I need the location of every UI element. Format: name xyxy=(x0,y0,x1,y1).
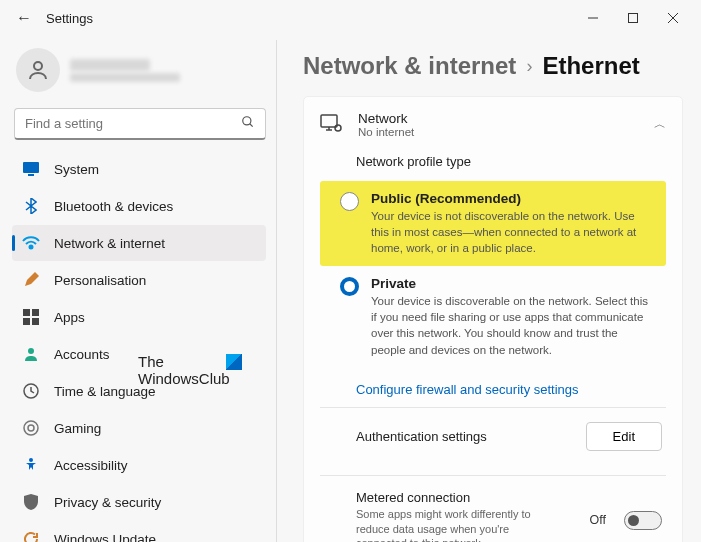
sidebar-item-label: System xyxy=(54,162,99,177)
svg-point-9 xyxy=(30,246,33,249)
sidebar-item-label: Bluetooth & devices xyxy=(54,199,173,214)
update-icon xyxy=(22,530,40,542)
accessibility-icon xyxy=(22,456,40,474)
sidebar-item-accounts[interactable]: Accounts xyxy=(12,336,266,372)
firewall-link[interactable]: Configure firewall and security settings xyxy=(356,382,666,397)
avatar-icon xyxy=(16,48,60,92)
breadcrumb-parent[interactable]: Network & internet xyxy=(303,52,516,80)
chevron-right-icon: › xyxy=(526,56,532,77)
svg-point-18 xyxy=(29,458,33,462)
sidebar-item-privacy[interactable]: Privacy & security xyxy=(12,484,266,520)
system-icon xyxy=(22,160,40,178)
sidebar-item-update[interactable]: Windows Update xyxy=(12,521,266,542)
profile-type-heading: Network profile type xyxy=(356,154,666,169)
sidebar-item-label: Windows Update xyxy=(54,532,156,543)
user-name-blurred xyxy=(70,59,150,71)
network-status: No internet xyxy=(358,126,638,138)
svg-point-16 xyxy=(24,421,38,435)
gaming-icon xyxy=(22,419,40,437)
search-input-wrap[interactable] xyxy=(14,108,266,140)
sidebar-item-gaming[interactable]: Gaming xyxy=(12,410,266,446)
radio-button-private[interactable] xyxy=(340,277,359,296)
shield-icon xyxy=(22,493,40,511)
toggle-state: Off xyxy=(590,513,606,527)
back-button[interactable]: ← xyxy=(8,2,40,34)
svg-rect-8 xyxy=(28,174,34,176)
radio-private[interactable]: Private Your device is discoverable on t… xyxy=(320,266,666,367)
auth-title: Authentication settings xyxy=(356,429,574,444)
svg-rect-7 xyxy=(23,162,39,173)
svg-rect-12 xyxy=(23,318,30,325)
sidebar-item-label: Apps xyxy=(54,310,85,325)
sidebar-item-label: Privacy & security xyxy=(54,495,161,510)
radio-private-desc: Your device is discoverable on the netwo… xyxy=(371,293,654,357)
metered-desc: Some apps might work differently to redu… xyxy=(356,507,556,542)
monitor-icon xyxy=(320,114,342,136)
paintbrush-icon xyxy=(22,271,40,289)
sidebar-item-accessibility[interactable]: Accessibility xyxy=(12,447,266,483)
radio-public[interactable]: Public (Recommended) Your device is not … xyxy=(320,181,666,266)
svg-rect-13 xyxy=(32,318,39,325)
sidebar-item-personalisation[interactable]: Personalisation xyxy=(12,262,266,298)
sidebar-item-label: Accounts xyxy=(54,347,110,362)
radio-private-title: Private xyxy=(371,276,654,291)
radio-public-desc: Your device is not discoverable on the n… xyxy=(371,208,654,256)
sidebar-item-label: Personalisation xyxy=(54,273,146,288)
close-button[interactable] xyxy=(653,2,693,34)
sidebar-item-label: Network & internet xyxy=(54,236,165,251)
sidebar-item-apps[interactable]: Apps xyxy=(12,299,266,335)
network-card[interactable]: Network No internet ︿ Network profile ty… xyxy=(303,96,683,542)
sidebar-item-bluetooth[interactable]: Bluetooth & devices xyxy=(12,188,266,224)
svg-point-17 xyxy=(28,425,34,431)
bluetooth-icon xyxy=(22,197,40,215)
svg-line-6 xyxy=(250,124,253,127)
metered-title: Metered connection xyxy=(356,490,578,505)
svg-point-22 xyxy=(335,125,341,131)
accounts-icon xyxy=(22,345,40,363)
svg-point-14 xyxy=(28,348,34,354)
breadcrumb: Network & internet › Ethernet xyxy=(303,52,683,80)
user-profile[interactable] xyxy=(8,44,276,106)
sidebar-item-label: Time & language xyxy=(54,384,156,399)
sidebar-item-time[interactable]: Time & language xyxy=(12,373,266,409)
sidebar-item-network[interactable]: Network & internet xyxy=(12,225,266,261)
sidebar-item-system[interactable]: System xyxy=(12,151,266,187)
breadcrumb-current: Ethernet xyxy=(542,52,639,80)
apps-icon xyxy=(22,308,40,326)
svg-rect-11 xyxy=(32,309,39,316)
network-title: Network xyxy=(358,111,638,126)
sidebar-item-label: Accessibility xyxy=(54,458,128,473)
radio-public-title: Public (Recommended) xyxy=(371,191,654,206)
svg-rect-10 xyxy=(23,309,30,316)
search-input[interactable] xyxy=(25,116,241,131)
chevron-up-icon: ︿ xyxy=(654,116,666,133)
clock-icon xyxy=(22,382,40,400)
svg-point-5 xyxy=(243,117,251,125)
edit-button[interactable]: Edit xyxy=(586,422,662,451)
user-email-blurred xyxy=(70,73,180,82)
metered-toggle[interactable] xyxy=(624,511,662,530)
radio-button-public[interactable] xyxy=(340,192,359,211)
svg-point-4 xyxy=(34,62,42,70)
window-title: Settings xyxy=(46,11,573,26)
svg-rect-19 xyxy=(321,115,337,127)
svg-rect-1 xyxy=(629,14,638,23)
minimize-button[interactable] xyxy=(573,2,613,34)
sidebar-item-label: Gaming xyxy=(54,421,101,436)
search-icon xyxy=(241,115,255,132)
wifi-icon xyxy=(22,234,40,252)
maximize-button[interactable] xyxy=(613,2,653,34)
